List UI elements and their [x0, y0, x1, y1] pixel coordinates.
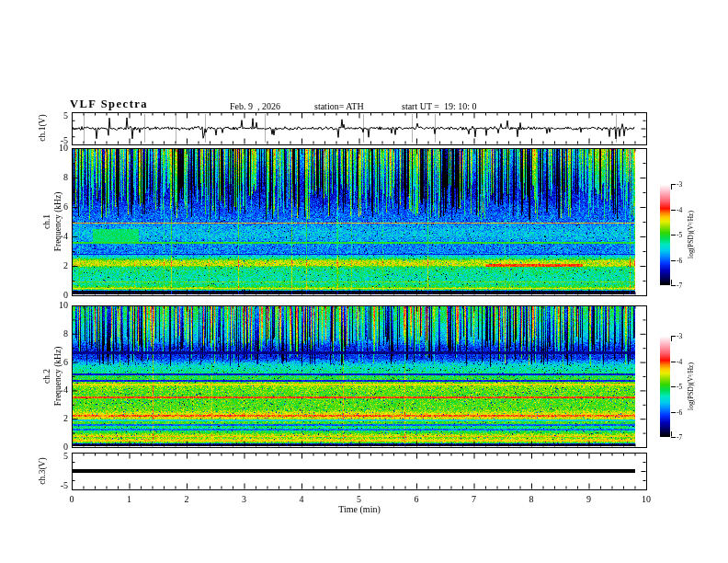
x-tick-label: 6 — [404, 494, 428, 504]
colorbar-tick-label: -3 — [677, 180, 697, 189]
x-axis-label: Time (min) — [323, 504, 396, 514]
x-tick-label: 4 — [290, 494, 313, 504]
ch2_spec-y-tick-label: 6 — [40, 357, 68, 367]
header-start-ut: start UT = 19: 10: 0 — [402, 101, 477, 111]
colorbar-tick-label: -7 — [677, 433, 697, 442]
x-tick-label: 1 — [118, 494, 142, 504]
x-tick-label: 10 — [634, 494, 658, 504]
colorbar-tick-label: -5 — [677, 231, 697, 239]
colorbar-tick-label: -5 — [677, 383, 697, 391]
colorbar-tick-label: -3 — [677, 332, 697, 340]
vlf-spectra-figure: VLF Spectra Feb. 9 , 2026 station= ATH s… — [0, 0, 728, 563]
ch1_spec-y-tick-label: 6 — [40, 201, 68, 212]
colorbar-tick-label: -4 — [677, 206, 697, 214]
ch1_spec-y-tick-label: 0 — [40, 290, 68, 300]
x-tick-label: 3 — [233, 494, 256, 504]
ch2-frequency-axis-label: ch.2 Frequency (kHz) — [41, 347, 63, 407]
ch2-label-line2: Frequency (kHz) — [52, 347, 63, 407]
x-tick-label: 5 — [347, 494, 371, 504]
ch1_wave-y-tick-label: -5 — [40, 135, 68, 145]
ch2_spec-y-tick-label: 10 — [40, 300, 68, 310]
header-station: station= ATH — [314, 101, 364, 111]
colorbar-tick-label: -7 — [677, 282, 697, 290]
ch1_spec-y-tick-label: 8 — [40, 172, 68, 182]
ch2_spec-y-tick-label: 2 — [40, 413, 68, 423]
x-tick-label: 9 — [577, 494, 601, 504]
x-tick-label: 7 — [462, 494, 486, 504]
colorbar-tick-label: -6 — [677, 257, 697, 265]
ch1_spec-y-tick-label: 2 — [40, 260, 68, 270]
x-tick-label: 0 — [60, 494, 84, 504]
ch1_wave-y-tick-label: 5 — [40, 110, 68, 121]
colorbar-tick-label: -6 — [677, 408, 697, 417]
ch2_spec-y-tick-label: 4 — [40, 385, 68, 395]
ch3_wave-y-tick-label: 5 — [40, 451, 68, 461]
header-date: Feb. 9 , 2026 — [230, 101, 280, 111]
x-tick-label: 2 — [175, 494, 199, 504]
ch2-label-line1: ch.2 — [41, 347, 52, 407]
ch1_spec-y-tick-label: 4 — [40, 231, 68, 241]
ch2_spec-y-tick-label: 8 — [40, 328, 68, 339]
page-title: VLF Spectra — [70, 98, 148, 111]
plot-canvas — [0, 0, 728, 563]
ch3_wave-y-tick-label: -5 — [40, 480, 68, 490]
x-tick-label: 8 — [519, 494, 543, 504]
colorbar-tick-label: -4 — [677, 358, 697, 366]
